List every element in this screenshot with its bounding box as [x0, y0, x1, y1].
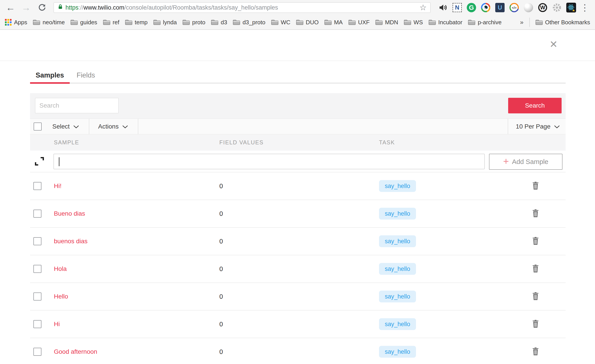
bookmark-folder[interactable]: UXF — [348, 19, 370, 26]
trash-icon[interactable] — [531, 264, 539, 274]
row-checkbox[interactable] — [33, 293, 42, 300]
grammarly-extension-icon[interactable]: G — [466, 2, 476, 13]
gear-icon[interactable] — [552, 2, 562, 13]
back-icon[interactable]: ← — [6, 3, 15, 12]
tab-samples[interactable]: Samples — [36, 71, 64, 79]
bookmark-star-icon[interactable]: ☆ — [419, 4, 427, 12]
trash-icon[interactable] — [531, 319, 539, 329]
apps-shortcut[interactable]: Apps — [5, 19, 27, 26]
table-row: buenos dias 0 say_hello — [30, 228, 566, 255]
browser-menu-icon[interactable]: ⋮ — [580, 3, 589, 12]
table-header: SAMPLE FIELD VALUES TASK — [30, 134, 566, 150]
speaker-icon[interactable] — [438, 2, 448, 13]
bookmarks-bar: Apps neo/time guides ref temp lynda prot… — [0, 15, 595, 30]
bookmark-folder[interactable]: d3_proto — [233, 19, 265, 26]
other-bookmarks[interactable]: Other Bookmarks — [536, 19, 590, 26]
bookmark-folder[interactable]: Incubator — [429, 19, 462, 26]
address-bar[interactable]: https://www.twilio.com/console/autopilot… — [53, 2, 431, 13]
url-scheme: https — [65, 4, 79, 11]
select-all-checkbox[interactable] — [34, 122, 42, 130]
apps-label: Apps — [14, 19, 27, 26]
bookmark-folder[interactable]: WC — [271, 19, 290, 26]
task-badge[interactable]: say_hello — [379, 291, 416, 302]
trash-icon[interactable] — [531, 347, 539, 357]
chevron-down-icon — [73, 123, 79, 130]
actions-dropdown[interactable]: Actions — [98, 123, 128, 130]
sample-link[interactable]: Bueno dias — [54, 210, 85, 217]
notes-extension-icon[interactable]: N — [452, 2, 462, 13]
sample-link[interactable]: Hello — [54, 293, 68, 300]
task-badge[interactable]: say_hello — [379, 346, 416, 358]
wiki-extension-icon[interactable]: W — [538, 2, 548, 13]
apps-grid-icon — [5, 19, 12, 26]
bookmark-folder[interactable]: guides — [71, 19, 97, 26]
text-cursor — [59, 157, 59, 166]
field-values-count: 0 — [219, 210, 223, 217]
sample-link[interactable]: Hola — [54, 265, 67, 272]
task-badge[interactable]: say_hello — [379, 208, 416, 220]
bookmark-folder[interactable]: MA — [325, 19, 343, 26]
row-checkbox[interactable] — [33, 320, 42, 328]
bookmark-folder[interactable]: DUO — [296, 19, 319, 26]
bookmarks-divider — [529, 18, 530, 27]
trash-icon[interactable] — [531, 209, 539, 219]
select-dropdown[interactable]: Select — [52, 123, 79, 130]
gray-circle-extension-icon[interactable] — [523, 2, 533, 13]
field-values-count: 0 — [219, 348, 223, 356]
task-badge[interactable]: say_hello — [379, 180, 416, 192]
trash-icon[interactable] — [531, 236, 539, 246]
bookmark-folder[interactable]: p-archive — [468, 19, 502, 26]
reload-icon[interactable] — [37, 2, 47, 13]
forward-icon[interactable]: → — [21, 3, 31, 12]
bookmark-folder[interactable]: temp — [125, 19, 148, 26]
bookmark-folder[interactable]: MDN — [375, 19, 398, 26]
search-button[interactable]: Search — [508, 98, 562, 113]
u-extension-icon[interactable]: U — [495, 2, 505, 13]
add-sample-button[interactable]: + Add Sample — [489, 154, 562, 170]
bulkbar-divider — [508, 119, 508, 134]
bulkbar-divider — [89, 119, 89, 134]
per-page-dropdown[interactable]: 10 Per Page — [516, 123, 560, 130]
sample-link[interactable]: Hi — [54, 321, 60, 328]
table-row: Good afternoon 0 say_hello — [30, 338, 566, 364]
react-devtools-icon[interactable] — [566, 2, 576, 13]
header-divider — [0, 61, 595, 61]
bookmark-folder[interactable]: proto — [183, 19, 205, 26]
camera-extension-icon[interactable] — [481, 2, 491, 13]
expand-icon[interactable] — [34, 156, 45, 167]
sample-link[interactable]: buenos dias — [54, 238, 87, 245]
field-values-count: 0 — [219, 182, 223, 190]
search-panel: Search — [30, 93, 566, 119]
search-input[interactable] — [35, 98, 119, 113]
close-icon[interactable]: ✕ — [547, 38, 560, 50]
bookmark-folder[interactable]: d3 — [211, 19, 227, 26]
table-row: Bueno dias 0 say_hello — [30, 200, 566, 228]
bookmark-folder[interactable]: lynda — [153, 19, 177, 26]
twilio-console-samples-page: ← → https://www.twilio.com/console/autop… — [0, 0, 595, 364]
new-sample-input[interactable] — [53, 154, 485, 169]
task-badge[interactable]: say_hello — [379, 318, 416, 330]
sample-link[interactable]: Hi! — [54, 182, 62, 190]
code-extension-icon[interactable]: </> — [509, 2, 519, 13]
chevron-down-icon — [554, 123, 560, 130]
bookmark-folder[interactable]: WS — [404, 19, 423, 26]
extensions-row: N G U </> W ⋮ — [438, 2, 589, 13]
row-checkbox[interactable] — [33, 265, 42, 273]
field-values-count: 0 — [219, 265, 223, 273]
row-checkbox[interactable] — [33, 210, 42, 218]
url-separator: :// — [79, 4, 84, 11]
column-header-field-values: FIELD VALUES — [219, 134, 264, 150]
sample-link[interactable]: Good afternoon — [54, 348, 97, 355]
task-badge[interactable]: say_hello — [379, 236, 416, 247]
tab-fields[interactable]: Fields — [77, 71, 95, 79]
row-checkbox[interactable] — [33, 182, 42, 190]
trash-icon[interactable] — [531, 181, 539, 191]
row-checkbox[interactable] — [33, 348, 42, 356]
task-badge[interactable]: say_hello — [379, 263, 416, 275]
plus-icon: + — [503, 156, 509, 166]
bookmarks-overflow-chevron[interactable]: » — [520, 19, 524, 26]
bookmark-folder[interactable]: ref — [103, 19, 119, 26]
trash-icon[interactable] — [531, 292, 539, 301]
bookmark-folder[interactable]: neo/time — [33, 19, 65, 26]
row-checkbox[interactable] — [33, 237, 42, 245]
